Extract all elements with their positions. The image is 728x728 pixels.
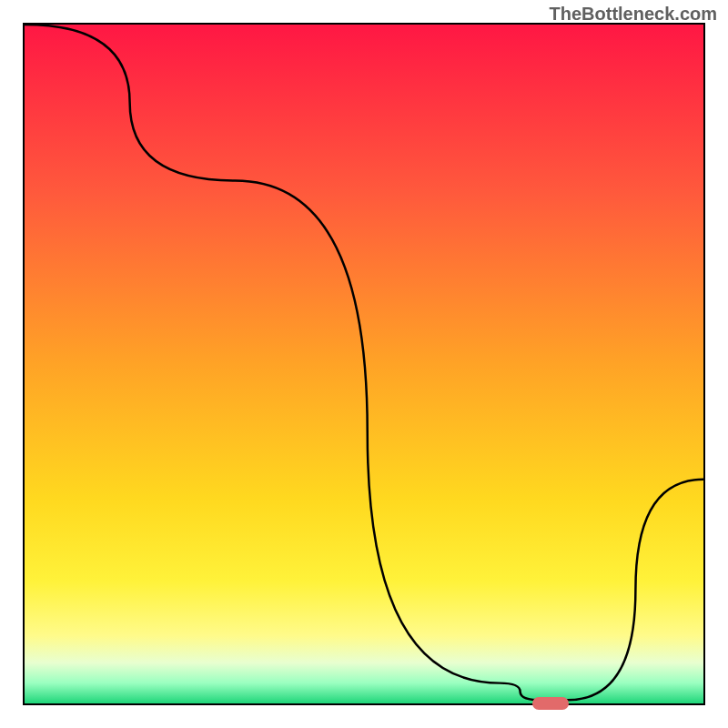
chart-plot-area [23, 23, 705, 705]
watermark-text: TheBottleneck.com [550, 4, 717, 25]
bottleneck-curve [25, 25, 703, 703]
optimal-marker [532, 697, 569, 710]
